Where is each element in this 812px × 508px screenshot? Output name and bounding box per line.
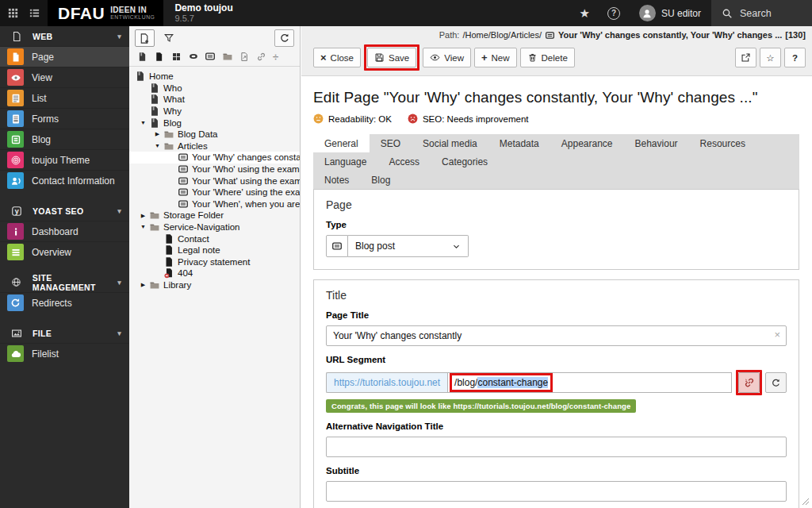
sidebar-item-dashboard[interactable]: Dashboard	[0, 221, 129, 241]
tree-expander-icon[interactable]: ▼	[153, 143, 162, 148]
tab[interactable]: Resources	[689, 134, 756, 152]
bookmark-star-icon[interactable]: ★	[571, 0, 599, 26]
sidebar-item-toujou-theme[interactable]: toujou Theme	[0, 149, 129, 170]
sidebar-section-file[interactable]: FILE ▾	[0, 323, 129, 343]
article-icon	[545, 30, 555, 40]
seo-status: SEO: Needs improvement	[408, 114, 529, 124]
oval-page-drag-icon[interactable]	[188, 51, 199, 62]
refresh-icon	[771, 378, 781, 388]
star-outline-icon: ☆	[766, 52, 774, 64]
article-drag-icon[interactable]	[205, 51, 216, 62]
view-button[interactable]: View	[423, 48, 471, 67]
pagetree-node[interactable]: What	[129, 94, 300, 106]
sidebar-item-page[interactable]: Page	[0, 46, 129, 67]
chevron-down-icon: ▾	[117, 33, 121, 40]
tab[interactable]: Metadata	[488, 134, 550, 152]
tree-expander-icon[interactable]: ▼	[139, 120, 147, 125]
divider-drag-icon[interactable]: ÷	[273, 52, 278, 62]
subtitle-input[interactable]	[326, 481, 787, 502]
new-page-button[interactable]	[135, 29, 155, 47]
redirect-arrow-icon	[7, 294, 24, 311]
filter-button[interactable]	[159, 29, 178, 47]
open-in-new-window-button[interactable]	[735, 48, 756, 67]
question-icon: ?	[792, 53, 798, 63]
close-button[interactable]: ×Close	[313, 48, 361, 67]
site-page-icon	[149, 83, 160, 94]
info-icon	[7, 223, 24, 240]
modules-grid-toggle-icon[interactable]	[7, 7, 19, 19]
url-segment-input[interactable]: /blog/constant-change	[447, 372, 732, 393]
sidebar-item-list[interactable]: List	[0, 87, 129, 108]
pagetree-node[interactable]: Contact	[129, 233, 300, 244]
pagetree-node[interactable]: Your 'Why' changes constantly	[129, 152, 300, 164]
pagetree-node[interactable]: Your 'What' using the example of a	[129, 175, 300, 187]
refresh-tree-button[interactable]	[274, 29, 294, 47]
tree-expander-icon[interactable]: ▶	[139, 282, 147, 288]
pagetree-node[interactable]: ▶ Library	[129, 279, 300, 291]
help-icon[interactable]: ?	[599, 0, 629, 26]
sidebar-item-contact-information[interactable]: Contact Information	[0, 170, 129, 190]
sidebar-item-filelist[interactable]: Filelist	[0, 343, 129, 364]
pagetree-node[interactable]: 404	[129, 267, 300, 279]
new-button[interactable]: +New	[474, 48, 517, 67]
tree-expander-icon[interactable]: ▶	[139, 213, 147, 219]
sidebar-item-forms[interactable]: Forms	[0, 108, 129, 129]
regenerate-url-button[interactable]	[765, 372, 787, 393]
tab[interactable]: SEO	[370, 134, 412, 152]
sidebar-item-redirects[interactable]: Redirects	[0, 292, 129, 313]
help-button[interactable]: ?	[784, 48, 806, 67]
page-type-select[interactable]: Blog post	[348, 235, 469, 257]
tree-node-label: Your 'Who' using the example of yo	[192, 164, 300, 174]
tab[interactable]: General	[313, 134, 370, 152]
global-search[interactable]: Search	[711, 0, 812, 26]
page-drag-icon[interactable]	[154, 51, 165, 62]
tab[interactable]: Access	[377, 152, 431, 171]
toggle-url-lock-button[interactable]	[738, 372, 760, 393]
sidebar-item-blog[interactable]: Blog	[0, 129, 129, 149]
save-button[interactable]: Save	[367, 48, 416, 67]
pagetree-node[interactable]: Your 'When', when you are ready	[129, 198, 300, 210]
tab[interactable]: Language	[313, 152, 377, 171]
pagetree-node[interactable]: ▶ Blog Data	[129, 129, 300, 140]
pagetree-node[interactable]: Home	[129, 71, 300, 83]
brand-logo[interactable]: DFAU IDEEN IN ENTWICKLUNG	[48, 0, 163, 26]
pagetree-node[interactable]: Who	[129, 83, 300, 94]
tree-node-label: Blog Data	[178, 129, 218, 139]
pagetree-toggle-icon[interactable]	[29, 7, 40, 19]
pagetree-node[interactable]: Your 'Where' using the example of	[129, 187, 300, 198]
sidebar-section-site-management[interactable]: SITE MANAGEMENT ▾	[0, 272, 129, 292]
pagetree-node[interactable]: Legal note	[129, 244, 300, 256]
sidebar-item-view[interactable]: View	[0, 67, 129, 87]
pagetree-node[interactable]: Privacy statement	[129, 256, 300, 268]
pagetree-node[interactable]: ▼ Service-Navigation	[129, 221, 300, 233]
pagetree-node[interactable]: ▼ Articles	[129, 140, 300, 152]
alt-nav-title-input[interactable]	[326, 437, 787, 457]
link-drag-icon[interactable]	[256, 51, 267, 62]
pagetree-node[interactable]: ▶ Storage Folder	[129, 210, 300, 221]
user-menu[interactable]: SU editor	[629, 0, 711, 26]
bookmark-button[interactable]: ☆	[760, 48, 781, 67]
tab[interactable]: Blog	[360, 171, 401, 189]
delete-button[interactable]: Delete	[520, 48, 575, 67]
sidebar-section-web[interactable]: WEB ▾	[0, 26, 129, 46]
folder-drag-icon[interactable]	[222, 51, 233, 62]
tab[interactable]: Categories	[431, 152, 499, 171]
page-title-input[interactable]	[326, 325, 787, 346]
tab[interactable]: Notes	[313, 171, 360, 189]
pagetree-node[interactable]: ▼ Blog	[129, 117, 300, 129]
sidebar-section-yoast-seo[interactable]: YOAST SEO ▾	[0, 201, 129, 221]
pagetree-node[interactable]: Your 'Who' using the example of yo	[129, 164, 300, 175]
clear-icon[interactable]: ×	[774, 329, 780, 340]
standard-page-drag-icon[interactable]	[136, 51, 147, 62]
trash-icon	[527, 52, 538, 63]
tab[interactable]: Social media	[412, 134, 488, 152]
tab[interactable]: Appearance	[550, 134, 624, 152]
shortcut-page-drag-icon[interactable]	[239, 51, 250, 62]
pagetree-node[interactable]: Why	[129, 106, 300, 117]
sidebar-item-overview[interactable]: Overview	[0, 241, 129, 262]
tree-expander-icon[interactable]: ▶	[153, 131, 162, 137]
resize-handle-icon[interactable]	[801, 497, 810, 506]
tree-expander-icon[interactable]: ▼	[139, 224, 147, 229]
tab[interactable]: Behaviour	[624, 134, 689, 152]
grid-page-drag-icon[interactable]	[170, 51, 182, 62]
